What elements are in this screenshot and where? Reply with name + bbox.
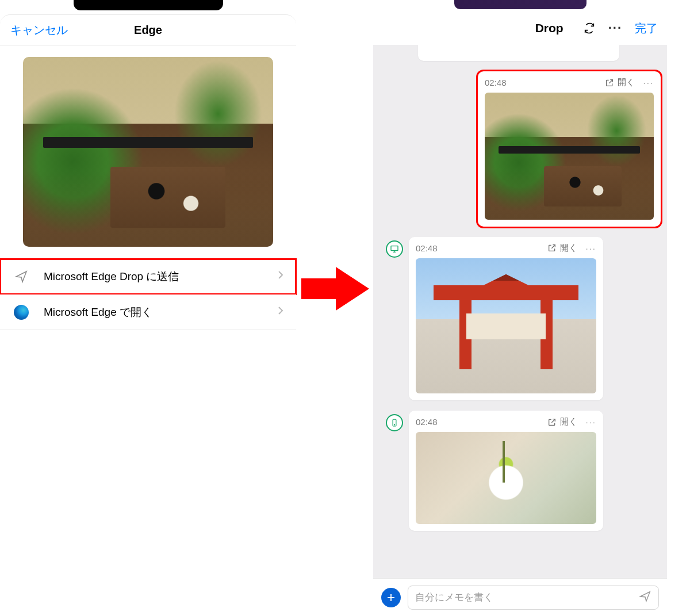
action-label: Microsoft Edge で開く	[44, 305, 152, 320]
drop-feed[interactable]: 02:48 開く ···	[373, 45, 667, 578]
card-header: 02:48 開く ···	[416, 416, 596, 427]
message-image[interactable]	[416, 432, 596, 524]
message-card[interactable]: 02:48 開く ···	[409, 237, 603, 401]
cancel-button[interactable]: キャンセル	[10, 22, 68, 38]
sync-button[interactable]	[583, 22, 596, 35]
plus-icon	[386, 592, 396, 603]
send-icon	[13, 270, 30, 284]
open-external-icon	[547, 243, 557, 252]
compose-bar: 自分にメモを書く	[373, 578, 667, 616]
open-label: 開く	[560, 416, 577, 427]
action-open-in-edge[interactable]: Microsoft Edge で開く	[0, 294, 296, 330]
svg-point-3	[394, 424, 394, 425]
sheet-title: Edge	[134, 24, 162, 37]
svg-rect-1	[391, 246, 398, 250]
open-button[interactable]: 開く	[547, 416, 577, 427]
add-attachment-button[interactable]	[381, 588, 401, 607]
share-preview	[0, 45, 296, 258]
share-sheet: キャンセル Edge Microsoft Edge Drop に送信	[0, 14, 296, 330]
card-more-button[interactable]: ···	[585, 243, 596, 253]
status-bar	[373, 0, 667, 12]
device-badge-desktop	[386, 240, 403, 258]
action-label: Microsoft Edge Drop に送信	[44, 269, 179, 284]
sheet-header: キャンセル Edge	[0, 15, 296, 45]
message-image[interactable]	[485, 93, 654, 220]
send-button[interactable]	[639, 590, 651, 605]
status-bar	[0, 0, 296, 14]
notch	[454, 0, 586, 9]
action-send-to-drop[interactable]: Microsoft Edge Drop に送信	[0, 259, 296, 294]
drop-phone: Drop ··· 完了 02:48 開く	[373, 0, 667, 616]
message-card[interactable]: 02:48 開く ···	[478, 71, 661, 227]
drop-header: Drop ··· 完了	[373, 12, 667, 45]
svg-marker-0	[301, 267, 369, 311]
timestamp: 02:48	[416, 417, 547, 427]
card-header: 02:48 開く ···	[485, 77, 654, 88]
open-label: 開く	[618, 77, 635, 88]
preview-image	[23, 57, 273, 247]
more-button[interactable]: ···	[608, 21, 622, 36]
desktop-icon	[390, 244, 399, 254]
notch	[74, 0, 223, 10]
timestamp: 02:48	[416, 243, 547, 253]
chevron-right-icon	[278, 270, 283, 282]
mobile-icon	[390, 418, 398, 427]
card-more-button[interactable]: ···	[643, 78, 654, 87]
chevron-right-icon	[278, 306, 283, 318]
open-button[interactable]: 開く	[605, 77, 635, 88]
done-button[interactable]: 完了	[635, 21, 658, 36]
card-header: 02:48 開く ···	[416, 243, 596, 254]
send-icon	[639, 590, 651, 603]
open-external-icon	[605, 78, 614, 87]
message-card	[418, 45, 619, 61]
open-label: 開く	[560, 243, 577, 254]
device-badge-mobile	[386, 414, 403, 431]
action-list: Microsoft Edge Drop に送信 Microsoft Edge で…	[0, 258, 296, 330]
compose-input[interactable]: 自分にメモを書く	[408, 586, 659, 610]
edge-icon	[13, 305, 30, 320]
annotation-arrow	[301, 265, 370, 313]
message-image[interactable]	[416, 258, 596, 394]
timestamp: 02:48	[485, 78, 605, 87]
open-external-icon	[547, 418, 557, 427]
card-more-button[interactable]: ···	[585, 417, 596, 427]
message-card[interactable]: 02:48 開く ···	[409, 411, 603, 531]
page-title: Drop	[535, 21, 564, 35]
share-sheet-phone: キャンセル Edge Microsoft Edge Drop に送信	[0, 0, 296, 616]
compose-placeholder: 自分にメモを書く	[415, 591, 639, 604]
open-button[interactable]: 開く	[547, 243, 577, 254]
